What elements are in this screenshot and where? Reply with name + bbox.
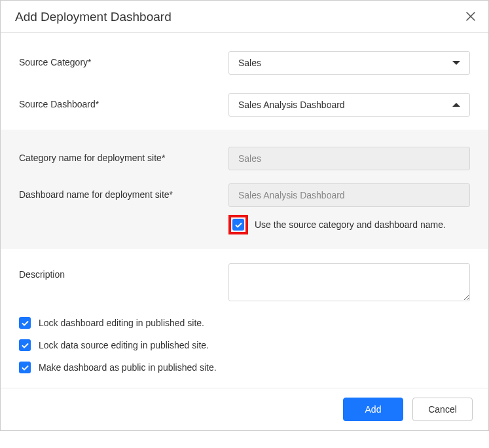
checkbox-lock-datasource[interactable]: [19, 339, 31, 351]
label-lock-datasource: Lock data source editing in published si…: [39, 340, 209, 350]
dialog-header: Add Deployment Dashboard: [1, 1, 488, 33]
textarea-description[interactable]: [228, 263, 470, 301]
highlight-frame: [228, 215, 248, 234]
label-deploy-category: Category name for deployment site*: [19, 147, 228, 163]
input-deploy-category[interactable]: [228, 147, 470, 170]
row-lock-dashboard: Lock dashboard editing in published site…: [19, 317, 470, 329]
label-description: Description: [19, 263, 228, 280]
label-make-public: Make dashboard as public in published si…: [39, 362, 217, 373]
row-lock-datasource: Lock data source editing in published si…: [19, 339, 470, 351]
chevron-down-icon: [452, 61, 460, 65]
select-source-dashboard[interactable]: Sales Analysis Dashboard: [228, 93, 470, 117]
select-source-dashboard-value: Sales Analysis Dashboard: [238, 100, 345, 110]
dialog-body: Source Category* Sales Source Dashboard*…: [1, 33, 488, 388]
add-deployment-dashboard-dialog: Add Deployment Dashboard Source Category…: [0, 0, 489, 431]
deployment-name-section: Category name for deployment site* Dashb…: [1, 130, 488, 249]
checkbox-use-source-names[interactable]: [232, 219, 244, 231]
chevron-up-icon: [452, 103, 460, 107]
row-description: Description: [1, 249, 488, 310]
label-source-category: Source Category*: [19, 51, 228, 67]
cancel-button[interactable]: Cancel: [412, 398, 473, 421]
select-source-category[interactable]: Sales: [228, 51, 470, 75]
label-deploy-dashboard: Dashboard name for deployment site*: [19, 183, 228, 200]
select-source-category-value: Sales: [238, 58, 261, 68]
row-make-public: Make dashboard as public in published si…: [19, 362, 470, 373]
options-section: Lock dashboard editing in published site…: [1, 310, 488, 388]
row-deploy-category: Category name for deployment site*: [1, 138, 488, 179]
add-button[interactable]: Add: [343, 398, 403, 421]
checkbox-make-public[interactable]: [19, 362, 31, 373]
label-lock-dashboard: Lock dashboard editing in published site…: [39, 318, 204, 328]
close-icon[interactable]: [465, 11, 477, 23]
dialog-footer: Add Cancel: [1, 388, 488, 430]
row-source-category: Source Category* Sales: [1, 33, 488, 84]
label-use-source-names: Use the source category and dashboard na…: [255, 219, 446, 230]
row-use-source-names: Use the source category and dashboard na…: [228, 215, 470, 234]
checkbox-lock-dashboard[interactable]: [19, 317, 31, 329]
input-deploy-dashboard[interactable]: [228, 183, 470, 207]
row-deploy-dashboard: Dashboard name for deployment site* Use …: [1, 179, 488, 237]
label-source-dashboard: Source Dashboard*: [19, 93, 228, 109]
dialog-title: Add Deployment Dashboard: [15, 10, 172, 24]
row-source-dashboard: Source Dashboard* Sales Analysis Dashboa…: [1, 84, 488, 126]
